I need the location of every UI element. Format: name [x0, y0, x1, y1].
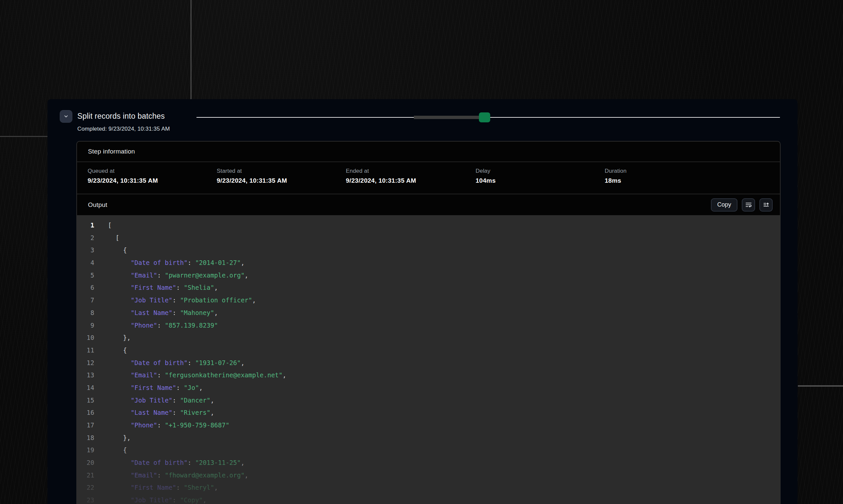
code-line: 15 "Job Title": "Dancer", [77, 394, 780, 407]
stat-label: Started at [217, 168, 346, 175]
step-information-card: Step information Queued at 9/23/2024, 10… [76, 141, 780, 504]
line-number: 11 [77, 344, 94, 357]
code-text: }, [94, 331, 131, 344]
code-line: 13 "Email": "fergusonkatherine@example.n… [77, 369, 780, 382]
stat-label: Queued at [88, 168, 217, 175]
line-number: 10 [77, 331, 94, 344]
code-line: 23 "Job Title": "Copy", [77, 494, 780, 504]
code-line: 11 { [77, 344, 780, 357]
run-timeline [196, 113, 780, 121]
code-text: "Job Title": "Dancer", [94, 394, 214, 407]
code-line: 1[ [77, 219, 780, 232]
step-details-panel: Split records into batches Completed: 9/… [48, 99, 797, 504]
code-line: 10 }, [77, 331, 780, 344]
line-number: 19 [77, 444, 94, 456]
step-stats-row: Queued at 9/23/2024, 10:31:35 AM Started… [77, 162, 780, 194]
line-number: 22 [77, 482, 94, 494]
stat-started-at: Started at 9/23/2024, 10:31:35 AM [217, 168, 346, 194]
line-number: 6 [77, 282, 94, 294]
line-number: 14 [77, 382, 94, 394]
step-information-header: Step information [77, 142, 780, 162]
line-number: 2 [77, 232, 94, 245]
chevron-down-icon [63, 114, 69, 119]
stat-value: 9/23/2024, 10:31:35 AM [88, 177, 217, 184]
output-header: Output Copy [77, 194, 780, 215]
code-line: 19 { [77, 444, 780, 456]
line-number: 18 [77, 432, 94, 444]
code-text: "Date of birth": "1931-07-26", [94, 357, 245, 370]
code-line: 5 "Email": "pwarner@example.org", [77, 269, 780, 282]
code-text: [ [94, 232, 119, 245]
code-line: 6 "First Name": "Shelia", [77, 282, 780, 294]
code-text: "Last Name": "Mahoney", [94, 307, 218, 319]
code-line: 2 [ [77, 232, 780, 245]
code-line: 7 "Job Title": "Probation officer", [77, 294, 780, 307]
code-text: "First Name": "Sheryl", [94, 482, 218, 494]
code-text: "Date of birth": "2014-01-27", [94, 257, 245, 269]
step-information-title: Step information [88, 148, 135, 155]
scroll-to-top-icon [763, 201, 770, 208]
code-line: 4 "Date of birth": "2014-01-27", [77, 257, 780, 269]
code-text: [ [94, 219, 111, 232]
step-completed-timestamp: Completed: 9/23/2024, 10:31:35 AM [77, 126, 170, 132]
wrap-text-icon [745, 201, 752, 208]
code-text: { [94, 344, 127, 357]
code-line: 16 "Last Name": "Rivers", [77, 407, 780, 419]
code-text: }, [94, 432, 131, 444]
stat-label: Delay [476, 168, 605, 175]
stat-value: 104ms [476, 177, 605, 184]
stat-queued-at: Queued at 9/23/2024, 10:31:35 AM [88, 168, 217, 194]
step-title: Split records into batches [77, 112, 165, 121]
output-title: Output [88, 201, 707, 209]
code-line: 22 "First Name": "Sheryl", [77, 482, 780, 494]
line-number: 1 [77, 219, 94, 232]
line-number: 4 [77, 257, 94, 269]
stat-value: 9/23/2024, 10:31:35 AM [346, 177, 476, 184]
background-vertical-line [190, 0, 191, 100]
output-code-viewer[interactable]: 1[2 [3 {4 "Date of birth": "2014-01-27",… [77, 215, 780, 504]
code-line: 17 "Phone": "+1-950-759-8687" [77, 419, 780, 432]
line-number: 12 [77, 357, 94, 370]
line-number: 13 [77, 369, 94, 382]
line-number: 17 [77, 419, 94, 432]
code-text: "Last Name": "Rivers", [94, 407, 214, 419]
line-number: 3 [77, 244, 94, 257]
scroll-to-top-button[interactable] [759, 198, 773, 212]
code-text: "Email": "fergusonkatherine@example.net"… [94, 369, 287, 382]
line-number: 15 [77, 394, 94, 407]
code-text: "Phone": "857.139.8239" [94, 319, 218, 332]
code-line: 8 "Last Name": "Mahoney", [77, 307, 780, 319]
code-text: "First Name": "Jo", [94, 382, 203, 394]
screen: Split records into batches Completed: 9/… [0, 0, 843, 504]
code-line: 21 "Email": "fhoward@example.org", [77, 469, 780, 482]
stat-label: Duration [605, 168, 780, 175]
code-text: { [94, 444, 127, 456]
wrap-text-button[interactable] [742, 198, 755, 212]
code-text: "Date of birth": "2013-11-25", [94, 456, 245, 469]
stat-value: 9/23/2024, 10:31:35 AM [217, 177, 346, 184]
code-line: 3 { [77, 244, 780, 257]
stat-duration: Duration 18ms [605, 168, 780, 194]
line-number: 21 [77, 469, 94, 482]
timeline-handle[interactable] [479, 112, 490, 122]
code-text: "Phone": "+1-950-759-8687" [94, 419, 229, 432]
code-line: 20 "Date of birth": "2013-11-25", [77, 456, 780, 469]
code-lines: 1[2 [3 {4 "Date of birth": "2014-01-27",… [77, 219, 780, 504]
collapse-step-button[interactable] [60, 110, 72, 123]
stat-label: Ended at [346, 168, 476, 175]
code-text: "First Name": "Shelia", [94, 282, 218, 294]
line-number: 7 [77, 294, 94, 307]
code-line: 18 }, [77, 432, 780, 444]
code-text: { [94, 244, 127, 257]
timeline-step-span [414, 116, 480, 119]
line-number: 23 [77, 494, 94, 504]
background-horizontal-line-left [0, 136, 48, 137]
code-line: 9 "Phone": "857.139.8239" [77, 319, 780, 332]
code-line: 12 "Date of birth": "1931-07-26", [77, 357, 780, 370]
code-text: "Email": "pwarner@example.org", [94, 269, 248, 282]
stat-delay: Delay 104ms [476, 168, 605, 194]
copy-output-button[interactable]: Copy [711, 198, 738, 212]
code-line: 14 "First Name": "Jo", [77, 382, 780, 394]
stat-value: 18ms [605, 177, 780, 184]
stat-ended-at: Ended at 9/23/2024, 10:31:35 AM [346, 168, 476, 194]
